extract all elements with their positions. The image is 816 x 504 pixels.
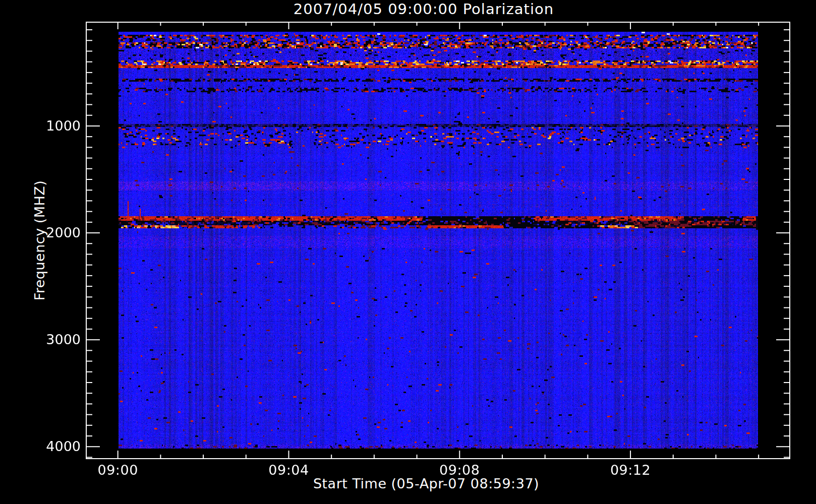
spectrogram-window: { "window": { "background": "#000000" },…: [0, 0, 816, 504]
x-tick-label: 09:12: [590, 461, 671, 479]
y-tick-label: 1000: [28, 117, 81, 135]
y-tick-label: 3000: [28, 331, 81, 349]
x-tick-label: 09:04: [248, 461, 329, 479]
plot-frame: [86, 22, 790, 459]
x-tick-label: 09:08: [419, 461, 500, 479]
axes-box: [0, 0, 816, 504]
y-tick-label: 2000: [28, 224, 81, 242]
x-tick-label: 09:00: [78, 461, 158, 479]
y-tick-label: 4000: [28, 437, 81, 456]
